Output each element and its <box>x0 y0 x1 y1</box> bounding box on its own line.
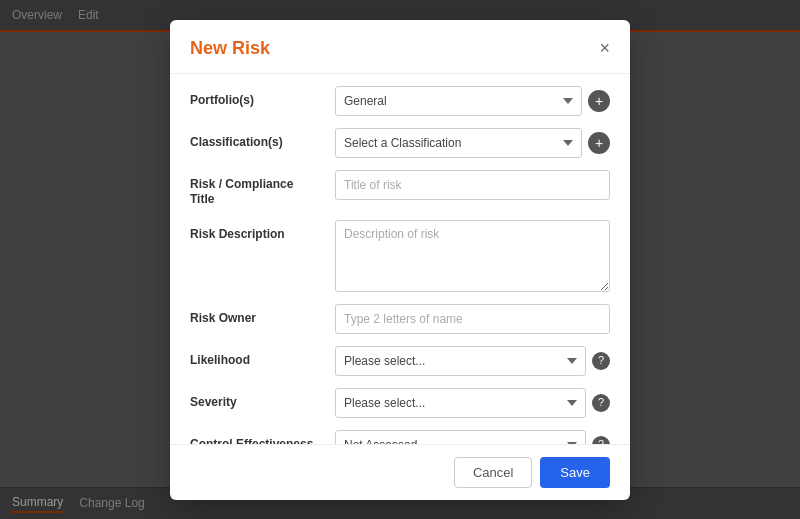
classification-control: Select a Classification + <box>335 128 610 158</box>
risk-owner-label: Risk Owner <box>190 304 335 327</box>
risk-title-row: Risk / Compliance Title <box>190 170 610 208</box>
risk-description-control <box>335 220 610 292</box>
modal-close-button[interactable]: × <box>599 39 610 57</box>
severity-select[interactable]: Please select... Insignificant Minor Mod… <box>335 388 586 418</box>
control-effectiveness-control: Not Assessed Low Medium High ? <box>335 430 610 444</box>
new-risk-modal: New Risk × Portfolio(s) General + Classi… <box>170 20 630 500</box>
likelihood-label: Likelihood <box>190 346 335 369</box>
control-effectiveness-select[interactable]: Not Assessed Low Medium High <box>335 430 586 444</box>
modal-footer: Cancel Save <box>170 444 630 500</box>
risk-title-control <box>335 170 610 200</box>
classification-add-button[interactable]: + <box>588 132 610 154</box>
risk-owner-row: Risk Owner <box>190 304 610 334</box>
likelihood-control: Please select... Rare Unlikely Possible … <box>335 346 610 376</box>
control-effectiveness-help-button[interactable]: ? <box>592 436 610 444</box>
modal-header: New Risk × <box>170 20 630 74</box>
classification-select[interactable]: Select a Classification <box>335 128 582 158</box>
modal-overlay: New Risk × Portfolio(s) General + Classi… <box>0 0 800 519</box>
classification-label: Classification(s) <box>190 128 335 151</box>
save-button[interactable]: Save <box>540 457 610 488</box>
likelihood-row: Likelihood Please select... Rare Unlikel… <box>190 346 610 376</box>
risk-description-textarea[interactable] <box>335 220 610 292</box>
severity-control: Please select... Insignificant Minor Mod… <box>335 388 610 418</box>
risk-owner-control <box>335 304 610 334</box>
portfolio-label: Portfolio(s) <box>190 86 335 109</box>
portfolio-select[interactable]: General <box>335 86 582 116</box>
cancel-button[interactable]: Cancel <box>454 457 532 488</box>
modal-title: New Risk <box>190 38 270 59</box>
modal-body: Portfolio(s) General + Classification(s)… <box>170 74 630 444</box>
risk-title-input[interactable] <box>335 170 610 200</box>
risk-description-row: Risk Description <box>190 220 610 292</box>
portfolio-add-button[interactable]: + <box>588 90 610 112</box>
control-effectiveness-label: Control Effectiveness <box>190 430 335 444</box>
risk-owner-input[interactable] <box>335 304 610 334</box>
likelihood-help-button[interactable]: ? <box>592 352 610 370</box>
severity-row: Severity Please select... Insignificant … <box>190 388 610 418</box>
portfolio-row: Portfolio(s) General + <box>190 86 610 116</box>
risk-title-label: Risk / Compliance Title <box>190 170 335 208</box>
portfolio-control: General + <box>335 86 610 116</box>
severity-help-button[interactable]: ? <box>592 394 610 412</box>
control-effectiveness-row: Control Effectiveness Not Assessed Low M… <box>190 430 610 444</box>
risk-description-label: Risk Description <box>190 220 335 243</box>
severity-label: Severity <box>190 388 335 411</box>
classification-row: Classification(s) Select a Classificatio… <box>190 128 610 158</box>
likelihood-select[interactable]: Please select... Rare Unlikely Possible … <box>335 346 586 376</box>
